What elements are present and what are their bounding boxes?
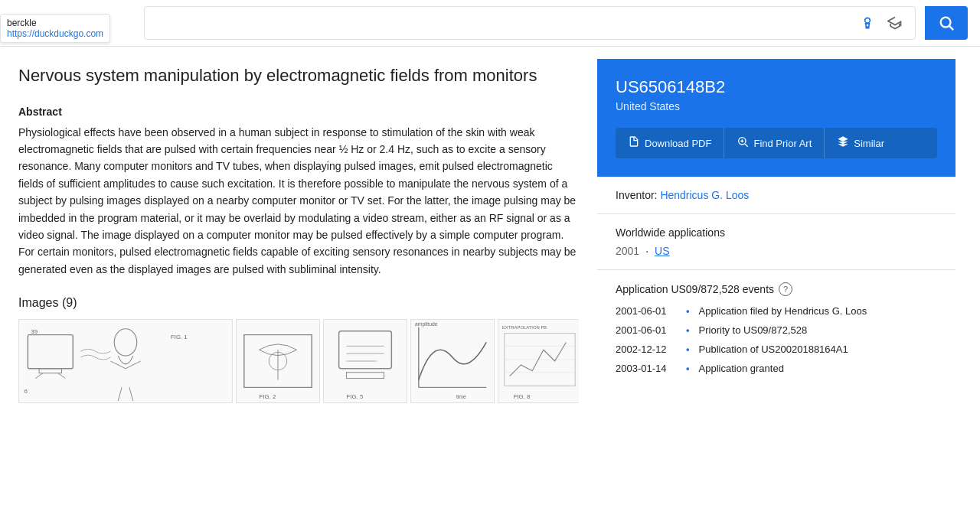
right-panel: US6506148B2 United States Download PDF [597, 47, 956, 422]
tooltip-line1: berckle [7, 18, 103, 28]
sketch-svg-4: amplitude time [411, 320, 494, 402]
graduation-icon[interactable] [884, 12, 906, 34]
patent-country: United States [616, 100, 937, 112]
svg-text:time: time [456, 394, 466, 399]
event-row-3: 2002-12-12 • Publication of US2002018816… [616, 344, 937, 355]
events-section: Application US09/872,528 events ? 2001-0… [597, 270, 956, 394]
event-date-4: 2003-01-14 [616, 363, 677, 374]
worldwide-row: 2001 · US [616, 245, 937, 257]
download-icon [628, 135, 640, 151]
svg-text:FIG. 5: FIG. 5 [346, 393, 363, 400]
abstract-text: Physiological effects have been observed… [18, 124, 579, 278]
similar-button[interactable]: Similar [825, 128, 897, 158]
event-date-1: 2001-06-01 [616, 305, 677, 317]
svg-rect-27 [411, 320, 494, 402]
find-prior-art-button[interactable]: Find Prior Art [724, 128, 825, 158]
similar-label: Similar [854, 138, 884, 149]
prior-art-icon [737, 135, 749, 151]
sketch-svg-5: EXTRAPOLATION FB FIG. 8 [498, 320, 579, 402]
find-prior-art-label: Find Prior Art [753, 138, 812, 149]
svg-text:FIG. 8: FIG. 8 [514, 393, 531, 400]
images-strip: 39 6 FIG. 1 FIG. 2 [18, 319, 579, 403]
tooltip-line2: https://duckduckgo.com [7, 28, 103, 39]
help-icon[interactable]: ? [779, 282, 792, 296]
svg-line-40 [745, 144, 748, 147]
image-thumb-1[interactable]: 39 6 FIG. 1 [18, 319, 233, 403]
svg-point-0 [865, 18, 871, 23]
sketch-svg-2: FIG. 2 [237, 320, 319, 402]
search-input[interactable] [154, 16, 851, 30]
svg-line-2 [949, 26, 953, 30]
image-thumb-3[interactable]: FIG. 5 [323, 319, 407, 403]
events-title: Application US09/872,528 events ? [616, 282, 937, 296]
abstract-label: Abstract [18, 106, 579, 118]
event-dot-3: • [686, 344, 690, 355]
search-icon-area [857, 12, 906, 34]
inventor-section: Inventor: Hendricus G. Loos [597, 177, 956, 214]
events-title-text: Application US09/872,528 events [616, 283, 774, 295]
event-row-1: 2001-06-01 • Application filed by Hendri… [616, 305, 937, 317]
worldwide-year: 2001 [616, 245, 639, 257]
patent-title: Nervous system manipulation by electroma… [18, 65, 579, 87]
patent-card: US6506148B2 United States Download PDF [597, 59, 956, 177]
separator: · [645, 245, 648, 257]
event-date-2: 2001-06-01 [616, 324, 677, 336]
header: berckle https://duckduckgo.com Google Pa… [0, 0, 980, 47]
svg-rect-32 [498, 320, 579, 402]
action-buttons: Download PDF Find Prior Art [616, 128, 937, 158]
sketch-svg-1: 39 6 FIG. 1 [19, 320, 232, 402]
patent-number: US6506148B2 [616, 77, 937, 97]
svg-text:FIG. 1: FIG. 1 [171, 334, 188, 340]
worldwide-title: Worldwide applications [616, 226, 937, 239]
event-date-3: 2002-12-12 [616, 344, 677, 355]
left-panel: Nervous system manipulation by electroma… [0, 47, 597, 422]
similar-icon [837, 135, 849, 151]
event-dot-2: • [686, 324, 690, 336]
svg-text:6: 6 [24, 388, 28, 395]
svg-point-1 [941, 18, 951, 28]
event-desc-4: Application granted [699, 363, 937, 374]
search-button[interactable] [925, 6, 968, 40]
image-thumb-4[interactable]: amplitude time [410, 319, 495, 403]
event-desc-2: Priority to US09/872,528 [699, 324, 937, 336]
images-header: Images (9) [18, 296, 579, 310]
tooltip-popup: berckle https://duckduckgo.com [0, 14, 110, 43]
sketch-svg-3: FIG. 5 [324, 320, 407, 402]
svg-text:amplitude: amplitude [415, 321, 438, 327]
svg-rect-3 [21, 320, 231, 402]
event-dot-4: • [686, 363, 690, 374]
inventor-label: Inventor: [616, 189, 657, 201]
event-desc-3: Publication of US20020188164A1 [699, 344, 937, 355]
image-thumb-5[interactable]: EXTRAPOLATION FB FIG. 8 [498, 319, 579, 403]
search-bar[interactable] [144, 6, 916, 40]
event-row-2: 2001-06-01 • Priority to US09/872,528 [616, 324, 937, 336]
svg-text:FIG. 2: FIG. 2 [259, 393, 276, 400]
download-pdf-label: Download PDF [645, 138, 711, 149]
lightbulb-icon[interactable] [857, 12, 878, 34]
image-thumb-2[interactable]: FIG. 2 [236, 319, 320, 403]
worldwide-section: Worldwide applications 2001 · US [597, 214, 956, 270]
event-dot-1: • [686, 305, 690, 317]
inventor-link[interactable]: Hendricus G. Loos [660, 189, 749, 201]
event-desc-1: Application filed by Hendricus G. Loos [699, 305, 937, 317]
main-content: Nervous system manipulation by electroma… [0, 47, 980, 422]
svg-text:EXTRAPOLATION FB: EXTRAPOLATION FB [502, 325, 547, 330]
event-row-4: 2003-01-14 • Application granted [616, 363, 937, 374]
worldwide-country[interactable]: US [655, 245, 669, 257]
download-pdf-button[interactable]: Download PDF [616, 128, 724, 158]
svg-text:39: 39 [31, 328, 38, 335]
